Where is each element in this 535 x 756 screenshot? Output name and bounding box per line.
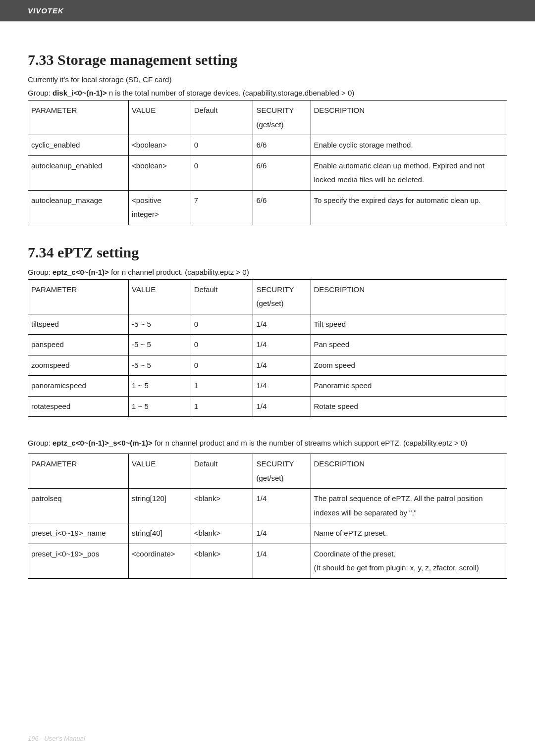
table-header-row: PARAMETER VALUE Default SECURITY (get/se…: [28, 454, 507, 489]
header-bar: VIVOTEK: [0, 0, 535, 21]
group-line-eptz2: Group: eptz_c<0~(n-1)>_s<0~(m-1)> for n …: [28, 436, 507, 451]
table-row: tiltspeed -5 ~ 5 0 1/4 Tilt speed: [28, 314, 507, 335]
param-table-eptz1: PARAMETER VALUE Default SECURITY (get/se…: [28, 279, 507, 417]
cell-security: 1/4: [253, 544, 311, 578]
th-security: SECURITY (get/set): [253, 279, 311, 314]
group-prefix: Group:: [28, 439, 53, 447]
cell-value: <boolean>: [129, 135, 191, 156]
group-line-storage: Group: disk_i<0~(n-1)> n is the total nu…: [28, 89, 507, 97]
th-default: Default: [191, 454, 253, 489]
cell-param: autocleanup_maxage: [28, 190, 129, 225]
cell-security: 1/4: [253, 355, 311, 376]
th-default: Default: [191, 101, 253, 135]
cell-default: 1: [191, 376, 253, 397]
group-bold: eptz_c<0~(n-1)>_s<0~(m-1)>: [53, 439, 153, 447]
table-row: panspeed -5 ~ 5 0 1/4 Pan speed: [28, 335, 507, 355]
group-bold: disk_i<0~(n-1)>: [53, 89, 107, 97]
cell-security: 1/4: [253, 489, 311, 523]
table-row: patrolseq string[120] <blank> 1/4 The pa…: [28, 489, 507, 523]
content-area: 7.33 Storage management setting Currentl…: [0, 22, 535, 579]
group-prefix: Group:: [28, 89, 53, 97]
table-row: autocleanup_maxage <positive integer> 7 …: [28, 190, 507, 225]
intro-storage: Currently it's for local storage (SD, CF…: [28, 75, 507, 84]
th-parameter: PARAMETER: [28, 454, 129, 489]
cell-desc: Rotate speed: [311, 396, 507, 417]
cell-desc: Enable cyclic storage method.: [311, 135, 507, 156]
cell-desc: Tilt speed: [311, 314, 507, 335]
cell-value: string[120]: [129, 489, 191, 523]
cell-value: <boolean>: [129, 155, 191, 190]
cell-security: 6/6: [253, 190, 311, 225]
table-header-row: PARAMETER VALUE Default SECURITY (get/se…: [28, 279, 507, 314]
cell-security: 1/4: [253, 396, 311, 417]
cell-param: panspeed: [28, 335, 129, 355]
th-parameter: PARAMETER: [28, 279, 129, 314]
cell-security: 6/6: [253, 155, 311, 190]
cell-param: panoramicspeed: [28, 376, 129, 397]
cell-desc: Enable automatic clean up method. Expire…: [311, 155, 507, 190]
table-row: cyclic_enabled <boolean> 0 6/6 Enable cy…: [28, 135, 507, 156]
cell-security: 6/6: [253, 135, 311, 156]
cell-default: <blank>: [191, 489, 253, 523]
cell-value: 1 ~ 5: [129, 376, 191, 397]
cell-param: tiltspeed: [28, 314, 129, 335]
cell-security: 1/4: [253, 523, 311, 544]
th-value: VALUE: [129, 101, 191, 135]
table-row: preset_i<0~19>_pos <coordinate> <blank> …: [28, 544, 507, 578]
group-prefix: Group:: [28, 268, 53, 276]
table-header-row: PARAMETER VALUE Default SECURITY (get/se…: [28, 101, 507, 135]
cell-value: string[40]: [129, 523, 191, 544]
table-row: autocleanup_enabled <boolean> 0 6/6 Enab…: [28, 155, 507, 190]
cell-desc: Zoom speed: [311, 355, 507, 376]
cell-param: preset_i<0~19>_pos: [28, 544, 129, 578]
cell-security: 1/4: [253, 314, 311, 335]
cell-desc: Pan speed: [311, 335, 507, 355]
footer-page-label: 196 - User's Manual: [28, 735, 85, 742]
cell-param: preset_i<0~19>_name: [28, 523, 129, 544]
th-description: DESCRIPTION: [311, 101, 507, 135]
cell-param: cyclic_enabled: [28, 135, 129, 156]
cell-desc: The patrol sequence of ePTZ. All the pat…: [311, 489, 507, 523]
cell-security: 1/4: [253, 335, 311, 355]
cell-default: 0: [191, 314, 253, 335]
th-parameter: PARAMETER: [28, 101, 129, 135]
page: VIVOTEK 7.33 Storage management setting …: [0, 0, 535, 756]
th-description: DESCRIPTION: [311, 454, 507, 489]
cell-param: autocleanup_enabled: [28, 155, 129, 190]
group-bold: eptz_c<0~(n-1)>: [53, 268, 109, 276]
cell-value: 1 ~ 5: [129, 396, 191, 417]
th-value: VALUE: [129, 454, 191, 489]
group-suffix: n is the total number of storage devices…: [107, 89, 355, 97]
header-brand: VIVOTEK: [28, 6, 64, 15]
group-line-eptz1: Group: eptz_c<0~(n-1)> for n channel pro…: [28, 268, 507, 276]
table-row: panoramicspeed 1 ~ 5 1 1/4 Panoramic spe…: [28, 376, 507, 397]
th-value: VALUE: [129, 279, 191, 314]
cell-default: 0: [191, 135, 253, 156]
table-row: zoomspeed -5 ~ 5 0 1/4 Zoom speed: [28, 355, 507, 376]
cell-default: 0: [191, 355, 253, 376]
cell-value: <positive integer>: [129, 190, 191, 225]
th-description: DESCRIPTION: [311, 279, 507, 314]
cell-desc: Name of ePTZ preset.: [311, 523, 507, 544]
cell-desc: Panoramic speed: [311, 376, 507, 397]
cell-value: <coordinate>: [129, 544, 191, 578]
cell-value: -5 ~ 5: [129, 335, 191, 355]
cell-default: <blank>: [191, 544, 253, 578]
cell-desc: To specify the expired days for automati…: [311, 190, 507, 225]
section-title-eptz: 7.34 ePTZ setting: [28, 244, 507, 261]
cell-security: 1/4: [253, 376, 311, 397]
th-security: SECURITY (get/set): [253, 454, 311, 489]
group-suffix: for n channel product. (capability.eptz …: [109, 268, 249, 276]
cell-default: 1: [191, 396, 253, 417]
cell-default: <blank>: [191, 523, 253, 544]
table-row: preset_i<0~19>_name string[40] <blank> 1…: [28, 523, 507, 544]
cell-default: 7: [191, 190, 253, 225]
th-default: Default: [191, 279, 253, 314]
param-table-storage: PARAMETER VALUE Default SECURITY (get/se…: [28, 100, 507, 225]
cell-value: -5 ~ 5: [129, 355, 191, 376]
cell-default: 0: [191, 335, 253, 355]
cell-param: zoomspeed: [28, 355, 129, 376]
cell-param: patrolseq: [28, 489, 129, 523]
param-table-eptz2: PARAMETER VALUE Default SECURITY (get/se…: [28, 454, 507, 579]
th-security: SECURITY (get/set): [253, 101, 311, 135]
